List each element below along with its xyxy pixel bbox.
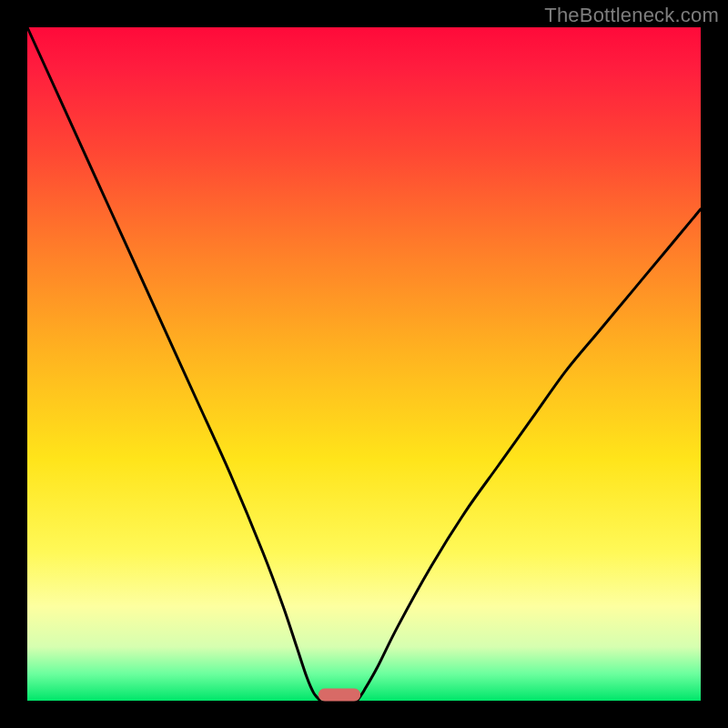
curves-svg [27,27,701,701]
chart-frame: TheBottleneck.com [0,0,728,728]
right-curve [358,209,701,701]
plot-area [27,27,701,701]
optimal-marker [318,689,359,701]
left-curve [27,27,320,701]
watermark-text: TheBottleneck.com [544,4,719,27]
